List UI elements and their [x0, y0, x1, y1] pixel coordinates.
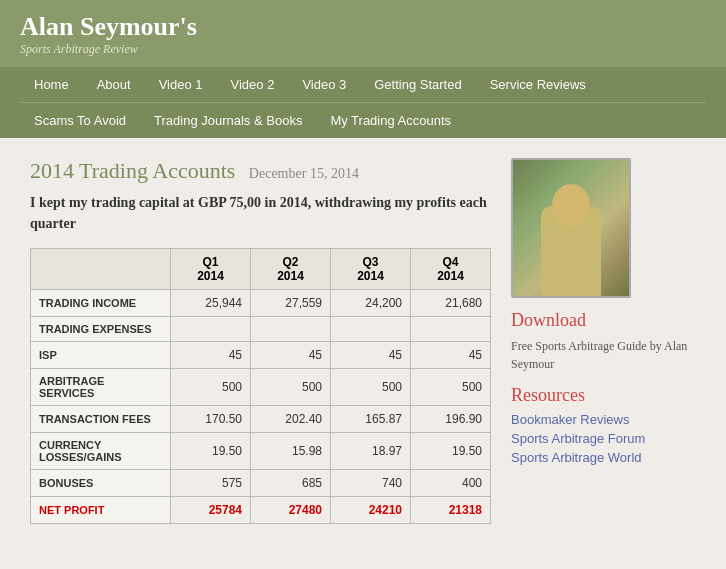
accounts-table: Q12014 Q22014 Q32014 Q42014 TRADING INCO…	[30, 248, 491, 524]
resource-link-world[interactable]: Sports Arbitrage World	[511, 450, 696, 465]
cell-q1: 45	[171, 342, 251, 369]
download-title: Download	[511, 310, 696, 331]
row-label: TRADING EXPENSES	[31, 317, 171, 342]
nav-journals[interactable]: Trading Journals & Books	[140, 103, 316, 138]
cell-q2: 685	[251, 470, 331, 497]
cell-q2-net: 27480	[251, 497, 331, 524]
nav-scams[interactable]: Scams To Avoid	[20, 103, 140, 138]
cell-q3: 500	[331, 369, 411, 406]
col-label	[31, 249, 171, 290]
col-q4: Q42014	[411, 249, 491, 290]
cell-q4: 400	[411, 470, 491, 497]
resource-link-bookmaker[interactable]: Bookmaker Reviews	[511, 412, 696, 427]
cell-q3	[331, 317, 411, 342]
row-label: BONUSES	[31, 470, 171, 497]
cell-q4: 21,680	[411, 290, 491, 317]
cell-q2: 500	[251, 369, 331, 406]
nav-row-1: Home About Video 1 Video 2 Video 3 Getti…	[20, 67, 706, 102]
cell-q1: 575	[171, 470, 251, 497]
cell-q4: 196.90	[411, 406, 491, 433]
row-label: TRANSACTION FEES	[31, 406, 171, 433]
col-q1: Q12014	[171, 249, 251, 290]
table-row: TRANSACTION FEES 170.50 202.40 165.87 19…	[31, 406, 491, 433]
resource-link-forum[interactable]: Sports Arbitrage Forum	[511, 431, 696, 446]
site-title: Alan Seymour's	[20, 12, 706, 42]
download-text: Free Sports Arbitrage Guide by Alan Seym…	[511, 337, 696, 373]
table-row: ARBITRAGE SERVICES 500 500 500 500	[31, 369, 491, 406]
resources-title: Resources	[511, 385, 696, 406]
cell-q4-net: 21318	[411, 497, 491, 524]
cell-q3: 45	[331, 342, 411, 369]
row-label: ARBITRAGE SERVICES	[31, 369, 171, 406]
row-label: ISP	[31, 342, 171, 369]
cell-q1: 500	[171, 369, 251, 406]
cell-q4: 19.50	[411, 433, 491, 470]
nav-about[interactable]: About	[83, 67, 145, 102]
main-wrapper: 2014 Trading Accounts December 15, 2014 …	[0, 138, 726, 544]
table-row: TRADING EXPENSES	[31, 317, 491, 342]
cell-q1: 25,944	[171, 290, 251, 317]
nav-video3[interactable]: Video 3	[288, 67, 360, 102]
cell-q2: 15.98	[251, 433, 331, 470]
cell-q1	[171, 317, 251, 342]
cell-q3-net: 24210	[331, 497, 411, 524]
cell-q3: 24,200	[331, 290, 411, 317]
cell-q1: 170.50	[171, 406, 251, 433]
cell-q3: 740	[331, 470, 411, 497]
row-label: TRADING INCOME	[31, 290, 171, 317]
cell-q1: 19.50	[171, 433, 251, 470]
table-row: BONUSES 575 685 740 400	[31, 470, 491, 497]
row-label-net-profit: NET PROFIT	[31, 497, 171, 524]
sidebar: Download Free Sports Arbitrage Guide by …	[511, 158, 696, 524]
nav-getting-started[interactable]: Getting Started	[360, 67, 475, 102]
page-subtitle: I kept my trading capital at GBP 75,00 i…	[30, 192, 491, 234]
cell-q4	[411, 317, 491, 342]
site-header: Alan Seymour's Sports Arbitrage Review	[0, 0, 726, 67]
nav-accounts[interactable]: My Trading Accounts	[316, 103, 465, 138]
page-title: 2014 Trading Accounts	[30, 158, 235, 183]
col-q2: Q22014	[251, 249, 331, 290]
cell-q2: 202.40	[251, 406, 331, 433]
cell-q3: 18.97	[331, 433, 411, 470]
nav-video2[interactable]: Video 2	[217, 67, 289, 102]
nav-video1[interactable]: Video 1	[145, 67, 217, 102]
cell-q2	[251, 317, 331, 342]
author-photo	[511, 158, 631, 298]
cell-q2: 27,559	[251, 290, 331, 317]
nav-home[interactable]: Home	[20, 67, 83, 102]
cell-q4: 500	[411, 369, 491, 406]
nav-bar: Home About Video 1 Video 2 Video 3 Getti…	[0, 67, 726, 138]
table-row: TRADING INCOME 25,944 27,559 24,200 21,6…	[31, 290, 491, 317]
table-row: CURRENCYLOSSES/GAINS 19.50 15.98 18.97 1…	[31, 433, 491, 470]
table-row: ISP 45 45 45 45	[31, 342, 491, 369]
site-subtitle: Sports Arbitrage Review	[20, 42, 706, 57]
cell-q3: 165.87	[331, 406, 411, 433]
cell-q4: 45	[411, 342, 491, 369]
col-q3: Q32014	[331, 249, 411, 290]
net-profit-row: NET PROFIT 25784 27480 24210 21318	[31, 497, 491, 524]
title-row: 2014 Trading Accounts December 15, 2014	[30, 158, 491, 184]
nav-row-2: Scams To Avoid Trading Journals & Books …	[20, 103, 706, 138]
row-label: CURRENCYLOSSES/GAINS	[31, 433, 171, 470]
cell-q1-net: 25784	[171, 497, 251, 524]
table-header-row: Q12014 Q22014 Q32014 Q42014	[31, 249, 491, 290]
nav-service-reviews[interactable]: Service Reviews	[476, 67, 600, 102]
content-area: 2014 Trading Accounts December 15, 2014 …	[30, 158, 491, 524]
cell-q2: 45	[251, 342, 331, 369]
page-date: December 15, 2014	[249, 166, 359, 181]
